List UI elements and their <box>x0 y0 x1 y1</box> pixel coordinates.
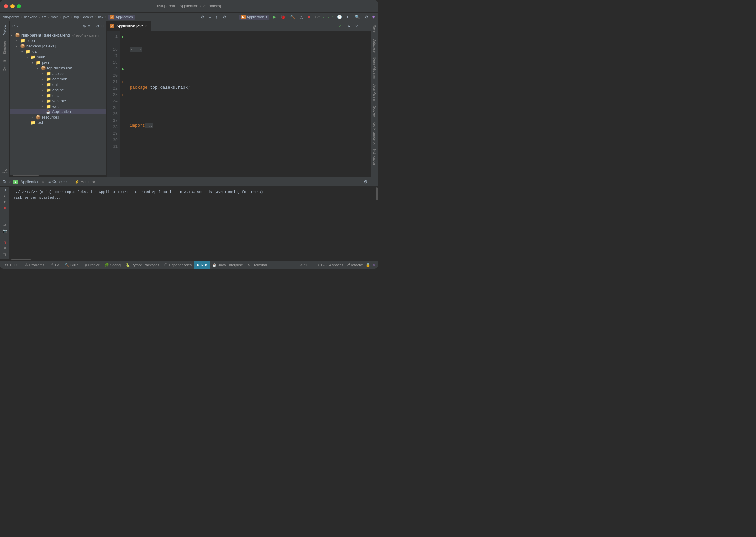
status-todo[interactable]: ⊙ TODO <box>3 261 22 268</box>
status-git[interactable]: ⎇ Git <box>47 261 62 268</box>
run-btn-build[interactable]: ▶ <box>271 14 277 20</box>
run-config-dropdown[interactable]: ▶ Application ▾ <box>239 15 269 20</box>
collapse-icon-2[interactable]: □ <box>120 92 127 98</box>
status-python-packages[interactable]: 🐍 Python Packages <box>123 261 162 268</box>
run-tab-close[interactable]: × <box>42 180 44 184</box>
console-print-btn[interactable]: 🖨 <box>2 246 8 251</box>
sort-btn[interactable]: ↕ <box>92 24 94 28</box>
settings-btn[interactable]: ⚙ <box>363 14 370 20</box>
status-profiler[interactable]: ◎ Profiler <box>81 261 102 268</box>
tree-test[interactable]: › 📁 test <box>10 120 106 125</box>
tree-access[interactable]: › 📁 access <box>10 71 106 76</box>
close-tree-btn[interactable]: × <box>101 24 104 28</box>
code-content[interactable]: /.../ package top.daleks.risk; import ..… <box>127 31 371 177</box>
sidebar-notification[interactable]: Notification <box>372 147 377 167</box>
tree-common[interactable]: › 📁 common <box>10 76 106 82</box>
tree-backend[interactable]: ▾ 📦 backend [daleks] <box>10 43 106 49</box>
run-btn-coverage[interactable]: 🔨 <box>289 14 297 20</box>
bottom-hide-btn[interactable]: − <box>370 179 376 185</box>
run-configurations-btn[interactable]: ⚙ <box>199 14 206 20</box>
status-build[interactable]: 🔨 Build <box>62 261 81 268</box>
tree-package[interactable]: ▾ 📦 top.daleks.risk <box>10 65 106 71</box>
vcs-branch[interactable]: ⎇ refactor <box>346 263 363 267</box>
cursor-position[interactable]: 31:1 <box>300 263 307 267</box>
tree-idea[interactable]: › 📁 .idea <box>10 38 106 43</box>
console-more-btn[interactable]: » <box>2 258 8 259</box>
tree-web[interactable]: › 📁 web <box>10 104 106 109</box>
sidebar-bean-validation[interactable]: Bean Validation <box>372 55 377 81</box>
breadcrumb-top[interactable]: top <box>74 15 79 19</box>
breadcrumb-application[interactable]: J Application <box>108 15 135 20</box>
tree-root[interactable]: ▾ 📦 risk-parent [daleks-parent] ~/repo/r… <box>10 32 106 38</box>
close-button[interactable] <box>4 4 8 8</box>
status-spring[interactable]: 🌿 Spring <box>102 261 123 268</box>
toolbar-btn-1[interactable]: ≡ <box>207 14 213 20</box>
sidebar-json-parser[interactable]: Json Parser <box>372 82 377 103</box>
vcs-icon[interactable]: ⎇ <box>2 168 8 174</box>
run-btn-stop[interactable]: ■ <box>307 14 312 20</box>
console-delete-btn[interactable]: 🗑 <box>2 252 8 257</box>
sidebar-maven[interactable]: Maven <box>372 22 377 36</box>
console-up2-btn[interactable]: ↑ <box>2 211 8 216</box>
toolbar-btn-2[interactable]: ↕ <box>215 14 219 20</box>
tree-application[interactable]: › ☕ Application <box>10 109 106 114</box>
actuator-tab[interactable]: ⚡ Actuator <box>71 177 99 186</box>
status-dependencies[interactable]: ⬡ Dependencies <box>162 261 194 268</box>
activity-project[interactable]: Project <box>2 22 8 38</box>
tree-src[interactable]: ▾ 📁 src <box>10 49 106 54</box>
indent-info[interactable]: 4 spaces <box>329 263 343 267</box>
sidebar-sciview[interactable]: SciView <box>372 104 377 119</box>
git-history-btn[interactable]: 🕐 <box>336 14 343 20</box>
console-stop-btn[interactable]: ■ <box>2 205 8 210</box>
console-filter-btn[interactable]: ⊞ <box>2 234 8 239</box>
console-down-btn[interactable]: ▼ <box>2 200 8 204</box>
tab-close-btn[interactable]: × <box>145 24 147 28</box>
activity-structure[interactable]: Structure <box>2 38 8 57</box>
tab-overflow-btn[interactable]: ⋯ <box>240 24 249 28</box>
breadcrumb-java[interactable]: java <box>63 15 69 19</box>
status-run[interactable]: ▶ Run <box>194 261 210 268</box>
tree-java[interactable]: ▾ 📁 java <box>10 60 106 65</box>
status-problems[interactable]: ⚠ Problems <box>22 261 47 268</box>
console-down2-btn[interactable]: ↓ <box>2 217 8 222</box>
settings-tree-btn[interactable]: ⚙ <box>96 24 99 28</box>
tree-main[interactable]: ▾ 📁 main <box>10 54 106 60</box>
tree-dal[interactable]: › 📁 dal <box>10 82 106 87</box>
search-btn[interactable]: 🔍 <box>353 14 361 20</box>
line-separator[interactable]: LF <box>310 263 314 267</box>
console-hscrollbar[interactable] <box>10 259 378 261</box>
activity-commit[interactable]: Commit <box>2 58 8 74</box>
console-scrollbar[interactable] <box>376 187 378 259</box>
console-up-btn[interactable]: ▲ <box>2 194 8 198</box>
sidebar-database[interactable]: Database <box>372 37 377 55</box>
collapse-icon[interactable]: □ <box>120 79 127 85</box>
encoding[interactable]: UTF-8 <box>317 263 327 267</box>
console-text-area[interactable]: 17/13/17/27 [main] INFO top.daleks.risk.… <box>10 187 376 259</box>
console-rerun-btn[interactable]: ↺ <box>2 188 8 192</box>
minimize-button[interactable] <box>10 4 15 8</box>
console-tab[interactable]: ≡ Console <box>45 177 70 186</box>
run-gutter-icon[interactable]: ▶ <box>120 66 127 72</box>
tree-engine[interactable]: › 📁 engine <box>10 87 106 93</box>
breadcrumb-backend[interactable]: backend <box>24 15 37 19</box>
maximize-button[interactable] <box>17 4 21 8</box>
breadcrumb-daleks[interactable]: daleks <box>83 15 94 19</box>
sidebar-key-promoter[interactable]: Key Promoter X <box>372 120 377 147</box>
run-btn-debug[interactable]: 🐞 <box>279 14 287 20</box>
console-camera-btn[interactable]: 📷 <box>2 229 8 233</box>
breadcrumb-main[interactable]: main <box>51 15 59 19</box>
git-revert-btn[interactable]: ↩ <box>345 14 351 20</box>
editor-more-btn[interactable]: ⋯ <box>362 23 368 29</box>
console-clear-btn[interactable]: 🗑 <box>2 240 8 245</box>
run-icon-row[interactable]: ▶ <box>120 34 127 40</box>
status-java-enterprise[interactable]: ☕ Java Enterprise <box>210 261 245 268</box>
breadcrumb-risk[interactable]: risk <box>98 15 103 19</box>
editor-collapse-btn[interactable]: ∧ <box>346 23 352 29</box>
toolbar-minus-btn[interactable]: − <box>229 14 235 20</box>
toolbar-settings-btn[interactable]: ⚙ <box>221 14 227 20</box>
tree-scrollbar[interactable] <box>10 175 106 177</box>
tab-application-java[interactable]: J Application.java × <box>107 21 151 31</box>
collapse-all-btn[interactable]: ≡ <box>88 24 90 28</box>
run-btn-profile[interactable]: ◎ <box>298 14 305 20</box>
tree-resources[interactable]: › 📦 resources <box>10 114 106 120</box>
